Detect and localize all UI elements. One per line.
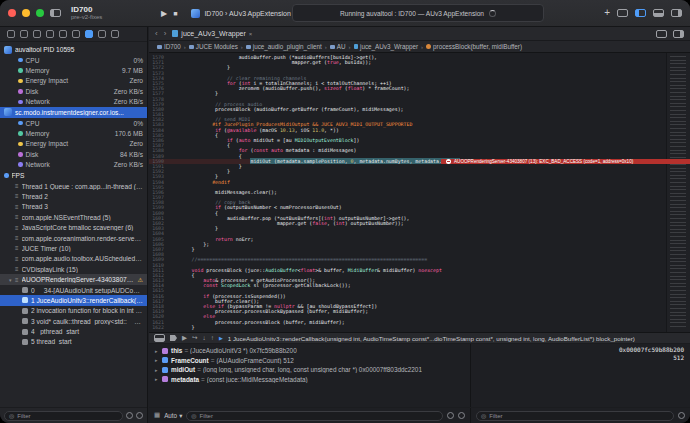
zoom-window-button[interactable]: [36, 9, 44, 17]
app-icon: [4, 46, 12, 54]
breadcrumb-item[interactable]: AU: [330, 43, 346, 50]
thread-row[interactable]: ≡JavaScriptCore bmalloc scavenger (6): [0, 222, 147, 232]
disclosure-icon[interactable]: ▸: [155, 367, 162, 373]
breadcrumb-item[interactable]: juce_audio_plugin_client: [246, 43, 322, 50]
symbol-navigator-icon[interactable]: [33, 30, 41, 38]
breadcrumb-item[interactable]: ID700: [157, 43, 181, 50]
add-editor-icon[interactable]: [673, 30, 684, 38]
stack-frame-row[interactable]: 0 __34-[AUAudioUnit setupAUDConversi...: [0, 285, 147, 295]
thread-row[interactable]: ≡com.apple.audio.toolbox.AUScheduledPara…: [0, 254, 147, 264]
gauge-row[interactable]: Memory170.6 MB: [0, 128, 147, 138]
thread-row[interactable]: ≡Thread 3: [0, 202, 147, 212]
gauge-value: 170.6 MB: [111, 130, 143, 137]
stop-button[interactable]: ■: [173, 10, 177, 17]
hide-debug-area-icon[interactable]: [154, 334, 165, 342]
breadcrumb-item[interactable]: juce_AUv3_Wrapper: [354, 43, 419, 50]
thread-row[interactable]: ≡JUCE Timer (10): [0, 243, 147, 253]
thread-row[interactable]: ≡Thread 1 Queue : com.app...in-thread (s…: [0, 181, 147, 191]
breadcrumb-separator-icon: ›: [421, 44, 423, 50]
breakpoint-navigator-icon[interactable]: [98, 30, 106, 38]
code-text[interactable]: }: [168, 325, 195, 330]
tab-juce-auv3-wrapper[interactable]: juce_AUv3_Wrapper ×: [172, 30, 252, 37]
go-forward-icon[interactable]: ›: [164, 30, 167, 38]
variable-row[interactable]: ▸this=(JuceAudioUnitV3 *) 0x7fc59b88b200: [149, 346, 470, 356]
thread-row[interactable]: ≡CVDisplayLink (15): [0, 264, 147, 274]
toggle-inspector-icon[interactable]: [671, 9, 682, 17]
project-navigator-icon[interactable]: [7, 30, 15, 38]
test-navigator-icon[interactable]: [72, 30, 80, 38]
disclosure-icon[interactable]: ▸: [155, 348, 162, 354]
thread-row[interactable]: ≡Thread 2: [0, 191, 147, 201]
variable-row[interactable]: ▸midiOut=(long long, unsigned char, long…: [149, 365, 470, 375]
gauge-row[interactable]: NetworkZero KB/s: [0, 160, 147, 170]
grid-icon[interactable]: ▦: [154, 412, 160, 419]
code-line[interactable]: 1622 }: [149, 325, 690, 330]
show-only-running-icon[interactable]: [136, 412, 143, 419]
stack-frame-row[interactable]: 1 JuceAudioUnitv3::renderCallback(unsi..…: [0, 295, 147, 305]
variables-scope-selector[interactable]: Auto ▾: [164, 412, 182, 419]
toggle-debug-area-icon[interactable]: [653, 9, 664, 17]
minimap[interactable]: [666, 53, 690, 332]
close-window-button[interactable]: [8, 9, 16, 17]
breakpoints-toggle-icon[interactable]: [170, 335, 177, 341]
stack-frame-row[interactable]: 2 invocation function for block in int (…: [0, 306, 147, 316]
toolbar: ID700 pre-v2-fixes ▶ ■ ID700 › AUv3 AppE…: [0, 0, 690, 27]
fps-row[interactable]: FPS: [0, 170, 147, 181]
gauge-row[interactable]: Energy ImpactZero: [0, 139, 147, 149]
stack-frame-row[interactable]: 3 void* caulk::thread_proxy<std::__1::tu…: [0, 316, 147, 326]
gauge-row[interactable]: Energy ImpactZero: [0, 76, 147, 86]
toggle-left-panel-icon[interactable]: [635, 9, 646, 17]
gauge-row[interactable]: NetworkZero KB/s: [0, 97, 147, 107]
editor-options-icon[interactable]: [617, 9, 628, 17]
navigator-filter-input[interactable]: ◎ Filter: [4, 411, 123, 421]
runtime-error-annotation[interactable]: AUOOPRenderingServer-43403807 (13): EXC_…: [441, 159, 690, 164]
toggle-navigator-icon[interactable]: [50, 9, 61, 17]
current-frame-label[interactable]: 1 JuceAudioUnitv3::renderCallback(unsign…: [228, 335, 635, 342]
clear-console-icon[interactable]: [678, 412, 685, 419]
close-tab-icon[interactable]: ×: [249, 31, 253, 37]
gauge-row[interactable]: Disk84 KB/s: [0, 149, 147, 159]
process-row[interactable]: auvaltool PID 10595: [0, 44, 147, 55]
stack-frame-row[interactable]: 4 _pthread_start: [0, 326, 147, 336]
share-icon[interactable]: [458, 412, 465, 419]
line-number[interactable]: 1622: [149, 325, 168, 330]
show-only-crashed-icon[interactable]: [126, 412, 133, 419]
disclosure-icon[interactable]: ▸: [155, 376, 162, 382]
find-navigator-icon[interactable]: [46, 30, 54, 38]
breadcrumb-item[interactable]: processBlock(buffer, midiBuffer): [426, 43, 522, 50]
variables-filter-input[interactable]: ◎ Filter: [186, 411, 443, 421]
thread-row[interactable]: ▾≡AUOOPRenderingServer-43403807 (13)⚠: [0, 274, 147, 284]
continue-icon[interactable]: ▶: [182, 335, 187, 342]
thread-row[interactable]: ≡com.apple.coreanimation.render-server (…: [0, 233, 147, 243]
gauge-row[interactable]: CPU0%: [0, 55, 147, 65]
source-control-navigator-icon[interactable]: [20, 30, 28, 38]
console-filter-input[interactable]: ◎ Filter: [476, 411, 674, 421]
step-into-icon[interactable]: ↓: [202, 335, 205, 342]
go-back-icon[interactable]: ‹: [155, 30, 158, 38]
thread-icon: ≡: [15, 225, 19, 231]
scheme-selector[interactable]: ID700 › AUv3 AppExtension: [191, 9, 290, 18]
run-button[interactable]: ▶: [161, 9, 167, 18]
adjust-editor-icon[interactable]: [656, 30, 667, 38]
console-output[interactable]: 0x00007fc59b88b200512: [471, 344, 690, 407]
gauge-row[interactable]: Memory9.7 MB: [0, 65, 147, 75]
thread-row[interactable]: ≡com.apple.NSEventThread (5): [0, 212, 147, 222]
code-area[interactable]: 1570 audioBuffer.push (*audioBuffers[bus…: [149, 53, 690, 332]
variable-row[interactable]: ▸FrameCount=(AUAudioFrameCount) 512: [149, 356, 470, 366]
step-over-icon[interactable]: ↪: [192, 335, 197, 342]
variable-row[interactable]: ▸metadata=(const juce::MidiMessageMetada…: [149, 375, 470, 385]
stack-frame-row[interactable]: 5 thread_start: [0, 337, 147, 347]
gauge-row[interactable]: DiskZero KB/s: [0, 86, 147, 96]
issue-navigator-icon[interactable]: [59, 30, 67, 38]
location-icon: ▶: [219, 335, 223, 341]
report-navigator-icon[interactable]: [111, 30, 119, 38]
process-row[interactable]: sc.modo.instrumentdesigner.cor.ios...: [0, 107, 147, 118]
debug-navigator-icon[interactable]: [85, 30, 93, 38]
step-out-icon[interactable]: ↑: [211, 335, 214, 342]
flag-icon[interactable]: [447, 412, 454, 419]
gauge-row[interactable]: CPU0%: [0, 118, 147, 128]
disclosure-icon[interactable]: ▸: [155, 357, 162, 363]
breadcrumb-item[interactable]: JUCE Modules: [189, 43, 238, 50]
minimize-window-button[interactable]: [22, 9, 30, 17]
library-add-icon[interactable]: +: [604, 8, 610, 18]
